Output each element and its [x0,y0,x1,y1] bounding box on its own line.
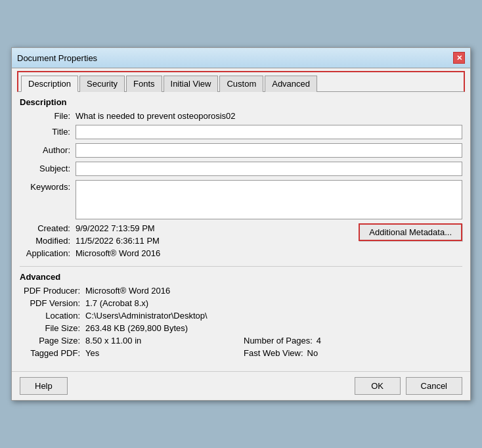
tab-custom[interactable]: Custom [219,76,263,92]
help-button[interactable]: Help [20,377,68,395]
fast-web-value: No [307,348,318,358]
tabs-wrapper: Description Security Fonts Initial View … [12,71,470,92]
cancel-button[interactable]: Cancel [406,377,462,395]
file-size-label: File Size: [20,323,85,333]
subject-group: Subject: [20,162,462,176]
created-row: Created: 9/9/2022 7:13:59 PM [20,223,160,233]
title-group: Title: [20,125,462,139]
modified-value: 11/5/2022 6:36:11 PM [76,236,160,246]
subject-input[interactable] [76,162,462,176]
pdf-producer-label: PDF Producer: [20,286,85,296]
tab-security[interactable]: Security [79,76,125,92]
document-properties-dialog: Document Properties ✕ Description Securi… [11,47,471,401]
dialog-title: Document Properties [17,53,97,63]
tab-description[interactable]: Description [21,76,78,92]
num-pages-value: 4 [317,336,321,346]
keywords-input[interactable] [76,180,462,219]
file-value: What is needed to prevent osteoporosis02 [76,111,236,121]
file-size-row: File Size: 263.48 KB (269,800 Bytes) [20,323,462,333]
description-section-title: Description [20,97,462,107]
tab-fonts[interactable]: Fonts [126,76,162,92]
tab-bar: Description Security Fonts Initial View … [17,71,465,92]
fast-web-label: Fast Web View: [244,348,307,358]
tagged-pdf-label: Tagged PDF: [20,348,85,358]
location-row: Location: C:\Users\Administrator\Desktop… [20,311,462,321]
content-area: Description File: What is needed to prev… [12,92,470,366]
num-pages-label: Number of Pages: [244,336,317,346]
ok-cancel-group: OK Cancel [355,377,462,395]
file-size-value: 263.48 KB (269,800 Bytes) [85,323,188,333]
created-label: Created: [20,223,76,233]
title-label: Title: [20,125,76,137]
bottom-bar: Help OK Cancel [12,371,470,400]
modified-label: Modified: [20,236,76,246]
title-input[interactable] [76,125,462,139]
created-value: 9/9/2022 7:13:59 PM [76,223,155,233]
title-bar: Document Properties ✕ [12,48,470,68]
tagged-pdf-row: Tagged PDF: Yes Fast Web View: No [20,348,462,358]
pdf-version-label: PDF Version: [20,298,85,308]
application-row: Application: Microsoft® Word 2016 [20,248,160,258]
additional-metadata-button[interactable]: Additional Metadata... [359,223,462,241]
author-input[interactable] [76,143,462,158]
close-button[interactable]: ✕ [453,52,465,64]
author-label: Author: [20,143,76,155]
location-value: C:\Users\Administrator\Desktop\ [85,311,208,321]
pdf-producer-row: PDF Producer: Microsoft® Word 2016 [20,286,462,296]
application-value: Microsoft® Word 2016 [76,248,160,258]
page-size-label: Page Size: [20,336,85,346]
ok-button[interactable]: OK [355,377,401,395]
file-label: File: [20,111,76,121]
pdf-producer-value: Microsoft® Word 2016 [85,286,170,296]
author-group: Author: [20,143,462,158]
tab-initial-view[interactable]: Initial View [164,76,219,92]
section-divider [20,266,462,267]
pdf-version-row: PDF Version: 1.7 (Acrobat 8.x) [20,298,462,308]
keywords-label: Keywords: [20,180,76,192]
tab-advanced[interactable]: Advanced [265,76,317,92]
meta-info: Created: 9/9/2022 7:13:59 PM Modified: 1… [20,223,160,261]
pdf-version-value: 1.7 (Acrobat 8.x) [85,298,148,308]
file-row: File: What is needed to prevent osteopor… [20,111,462,121]
advanced-section-title: Advanced [20,272,462,282]
page-size-value: 8.50 x 11.00 in [85,336,141,346]
modified-row: Modified: 11/5/2022 6:36:11 PM [20,236,160,246]
page-size-row: Page Size: 8.50 x 11.00 in Number of Pag… [20,336,462,346]
tagged-pdf-value: Yes [85,348,99,358]
application-label: Application: [20,248,76,258]
location-label: Location: [20,311,85,321]
subject-label: Subject: [20,162,76,173]
keywords-group: Keywords: [20,180,462,219]
